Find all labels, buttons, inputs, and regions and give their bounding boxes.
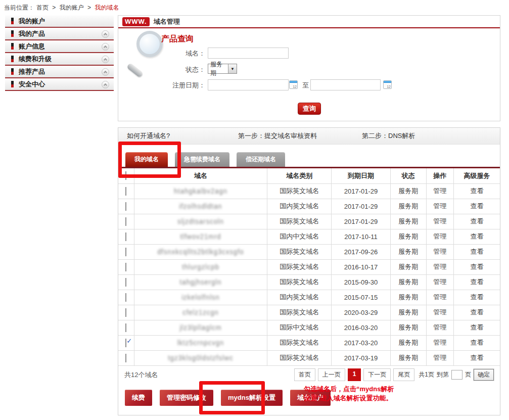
manage-link[interactable]: 管理 xyxy=(433,187,446,195)
table-row: jlz3lpllaglcm国际中文域名2016-03-20服务期管理查看 xyxy=(118,320,500,335)
sidebar-item-renew-upgrade[interactable]: 续费和升级 xyxy=(5,53,114,66)
masked-domain-name: dfsnxkcqllts2btlkg3cxsgfo xyxy=(157,248,244,256)
view-link[interactable]: 查看 xyxy=(470,202,483,210)
manage-link[interactable]: 管理 xyxy=(433,263,446,270)
manage-link[interactable]: 管理 xyxy=(433,308,446,316)
view-link[interactable]: 查看 xyxy=(470,248,483,255)
calendar-icon-number: 12 xyxy=(293,85,297,88)
sidebar-item-my-products[interactable]: 我的产品 xyxy=(5,28,114,40)
renew-button[interactable]: 续费 xyxy=(125,390,152,406)
manage-link[interactable]: 管理 xyxy=(433,232,446,240)
cell-operation: 管理 xyxy=(426,335,453,350)
row-checkbox[interactable] xyxy=(125,293,126,302)
cell-checkbox xyxy=(118,290,134,305)
goto-confirm-button[interactable]: 确定 xyxy=(474,369,494,381)
status-select-value: 服务期 xyxy=(208,64,228,73)
tab-redemption[interactable]: 偿还期域名 xyxy=(237,152,285,167)
masked-domain-name: tlfwov21mrd xyxy=(180,232,221,241)
calendar-icon[interactable]: 12 xyxy=(289,80,298,89)
row-checkbox[interactable] xyxy=(125,187,126,196)
next-page-button[interactable]: 下一页 xyxy=(363,368,391,381)
manage-link[interactable]: 管理 xyxy=(433,339,446,346)
first-page-button[interactable]: 首页 xyxy=(294,368,315,381)
cell-domain: tahgjhsergln xyxy=(134,274,267,290)
tab-renew-urgent[interactable]: 急需续费域名 xyxy=(175,152,229,167)
sidebar-item-security-center[interactable]: 安全中心 xyxy=(5,78,114,91)
row-checkbox[interactable] xyxy=(125,202,126,211)
page-number-1[interactable]: 1 xyxy=(348,368,361,381)
cell-operation: 管理 xyxy=(426,244,453,259)
manage-link[interactable]: 管理 xyxy=(433,248,446,255)
calendar-icon[interactable]: 12 xyxy=(383,80,392,89)
domain-input[interactable] xyxy=(208,48,289,59)
row-checkbox[interactable] xyxy=(125,263,126,271)
last-page-button[interactable]: 尾页 xyxy=(393,368,414,381)
view-link[interactable]: 查看 xyxy=(470,354,483,361)
cell-domain: jlz3lpllaglcm xyxy=(134,320,267,335)
manage-link[interactable]: 管理 xyxy=(433,202,446,210)
manage-link[interactable]: 管理 xyxy=(433,354,446,361)
mydns-settings-button[interactable]: mydns解析设置 xyxy=(221,390,283,406)
breadcrumb-home[interactable]: 首页 xyxy=(36,4,49,11)
row-checkbox[interactable] xyxy=(125,308,126,317)
manage-link[interactable]: 管理 xyxy=(433,323,446,331)
view-link[interactable]: 查看 xyxy=(470,323,483,331)
row-checkbox[interactable]: ✓ xyxy=(125,339,126,347)
view-link[interactable]: 查看 xyxy=(470,187,483,195)
prev-page-button[interactable]: 上一页 xyxy=(318,368,345,381)
sidebar-item-account-info[interactable]: 账户信息 xyxy=(5,40,114,53)
row-checkbox[interactable] xyxy=(125,354,126,362)
manage-link[interactable]: 管理 xyxy=(433,217,446,225)
manage-link[interactable]: 管理 xyxy=(433,278,446,286)
row-checkbox[interactable] xyxy=(125,217,126,226)
cell-domain: ifzolhsdldtan xyxy=(134,199,267,214)
select-all-checkbox[interactable] xyxy=(125,171,126,180)
chevron-up-icon[interactable] xyxy=(102,68,109,76)
cell-domain: lktz5crnpcvgn xyxy=(134,335,267,350)
breadcrumb-separator: > xyxy=(87,4,91,11)
date-from-input[interactable] xyxy=(208,79,289,90)
view-link[interactable]: 查看 xyxy=(470,278,483,286)
cell-advanced: 查看 xyxy=(453,259,500,274)
menu-bar-icon xyxy=(11,30,14,37)
pagination: 首页上一页1下一页尾页 共1页 到第 页 确定 xyxy=(294,368,494,381)
table-row: dfsnxkcqllts2btlkg3cxsgfo国际英文域名2017-09-2… xyxy=(118,244,500,259)
date-to-label: 至 xyxy=(302,81,309,90)
status-select[interactable]: 服务期 ▼ xyxy=(208,64,237,74)
query-button[interactable]: 查询 xyxy=(298,103,321,115)
sidebar-item-label: 我的产品 xyxy=(19,29,45,38)
panel-header: WWW. 域名管理 xyxy=(118,16,500,28)
cell-category: 国际英文域名 xyxy=(267,335,332,350)
view-link[interactable]: 查看 xyxy=(470,339,483,346)
chevron-up-icon[interactable] xyxy=(102,56,109,63)
row-checkbox[interactable] xyxy=(125,232,126,241)
cell-advanced: 查看 xyxy=(453,244,500,259)
table-row: thlurgzlcpb国际英文域名2016-10-17服务期管理查看 xyxy=(118,259,500,274)
date-to-input[interactable] xyxy=(310,79,381,90)
manage-link[interactable]: 管理 xyxy=(433,293,446,301)
sidebar-item-recommended[interactable]: 推荐产品 xyxy=(5,66,114,78)
view-link[interactable]: 查看 xyxy=(470,263,483,270)
view-link[interactable]: 查看 xyxy=(470,308,483,316)
goto-page-input[interactable] xyxy=(451,370,462,380)
breadcrumb-my-account[interactable]: 我的账户 xyxy=(60,4,84,11)
www-badge-icon: WWW. xyxy=(122,17,150,26)
view-link[interactable]: 查看 xyxy=(470,232,483,240)
view-link[interactable]: 查看 xyxy=(470,217,483,225)
chevron-up-icon[interactable] xyxy=(102,43,109,51)
row-checkbox[interactable] xyxy=(125,278,126,287)
instruction-note-line1: 勾选域名后，点击“mydns解析 xyxy=(304,385,435,394)
cell-operation: 管理 xyxy=(426,259,453,274)
view-link[interactable]: 查看 xyxy=(470,293,483,301)
chevron-up-icon[interactable] xyxy=(102,81,109,88)
row-checkbox[interactable] xyxy=(125,248,126,256)
chevron-up-icon[interactable] xyxy=(102,30,109,38)
dropdown-arrow-icon[interactable]: ▼ xyxy=(228,64,237,73)
tab-my-domains[interactable]: 我的域名 xyxy=(125,152,168,167)
masked-domain-name: izkelolfnlsn xyxy=(181,293,220,301)
password-change-button[interactable]: 管理密码修改 xyxy=(160,390,213,406)
sidebar-item-my-account[interactable]: 我的账户 xyxy=(5,15,114,28)
cell-expiry: 2017-03-20 xyxy=(332,335,391,350)
row-checkbox[interactable] xyxy=(125,323,126,332)
cell-expiry: 2017-09-26 xyxy=(332,244,391,259)
